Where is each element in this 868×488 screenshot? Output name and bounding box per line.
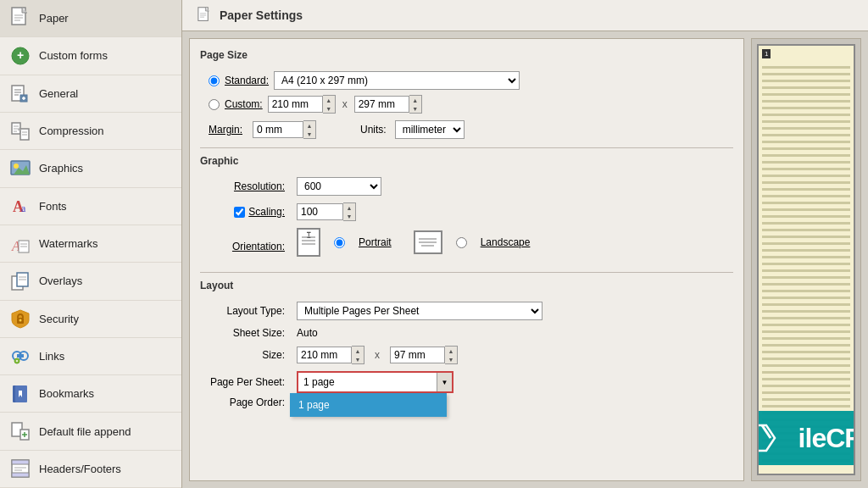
- graphic-title: Graphic: [200, 155, 733, 169]
- preview-line: [762, 208, 850, 211]
- fonts-icon: A a: [8, 194, 32, 218]
- scaling-input[interactable]: [297, 203, 343, 220]
- scaling-label-group: Scaling:: [200, 206, 285, 218]
- preview-line: [762, 229, 850, 231]
- margin-row: Margin: ▲ ▼ Units: millimeter inch: [200, 120, 733, 139]
- sidebar-item-overlays[interactable]: Overlays: [0, 263, 181, 300]
- landscape-label[interactable]: Landscape: [481, 236, 531, 248]
- resolution-underline: Resolution:: [234, 180, 285, 192]
- resolution-select[interactable]: 600 300 1200: [297, 177, 381, 196]
- size-width-down[interactable]: ▼: [352, 355, 364, 363]
- standard-label[interactable]: Standard:: [225, 75, 269, 86]
- preview-line: [762, 141, 850, 143]
- content-area: Page Size Standard: A4 (210 x 297 mm) Cu: [182, 31, 868, 488]
- custom-radio[interactable]: [209, 99, 220, 110]
- page-per-sheet-input[interactable]: [298, 374, 437, 391]
- page-per-sheet-label: Page Per Sheet:: [200, 376, 285, 388]
- preview-line: [762, 93, 850, 96]
- page-per-sheet-dropdown-btn[interactable]: ▼: [437, 373, 452, 391]
- preview-line: [762, 86, 850, 89]
- preview-line: [762, 120, 850, 123]
- svg-text:+: +: [17, 48, 24, 62]
- custom-height-up[interactable]: ▲: [409, 96, 421, 104]
- landscape-icon: [414, 230, 442, 254]
- svg-rect-51: [12, 473, 29, 477]
- custom-label[interactable]: Custom:: [225, 98, 263, 110]
- scaling-up[interactable]: ▲: [343, 203, 355, 212]
- brand-logo-container: ileCR: [757, 411, 855, 465]
- margin-down[interactable]: ▼: [303, 130, 315, 138]
- custom-width-up[interactable]: ▲: [323, 96, 335, 104]
- sidebar-item-compression[interactable]: Compression: [0, 113, 181, 150]
- settings-panel: Page Size Standard: A4 (210 x 297 mm) Cu: [189, 38, 744, 481]
- resolution-row: Resolution: 600 300 1200: [200, 177, 733, 196]
- size-height-up[interactable]: ▲: [445, 347, 457, 355]
- sidebar-item-graphics[interactable]: Graphics: [0, 150, 181, 187]
- size-row: Size: ▲ ▼ x ▲ ▼: [200, 346, 733, 364]
- svg-point-22: [14, 164, 19, 169]
- portrait-label[interactable]: Portrait: [359, 236, 392, 248]
- custom-width-down[interactable]: ▼: [323, 104, 335, 113]
- size-height-input[interactable]: [390, 347, 445, 363]
- size-label: Size:: [200, 349, 285, 361]
- margin-label: Margin:: [209, 124, 242, 136]
- sidebar-headers-footers-label: Headers/Footers: [39, 463, 121, 475]
- default-file-append-icon: [8, 419, 32, 443]
- x-separator: x: [339, 98, 351, 110]
- sidebar-item-default-file-append[interactable]: Default file append: [0, 413, 181, 450]
- page-per-sheet-input-container[interactable]: ▼: [297, 371, 453, 393]
- size-height-down[interactable]: ▼: [445, 355, 457, 363]
- margin-spinners: ▲ ▼: [303, 120, 316, 139]
- sidebar-item-security[interactable]: Security: [0, 301, 181, 338]
- sidebar-item-fonts[interactable]: A a Fonts: [0, 188, 181, 225]
- sidebar-item-paper[interactable]: Paper: [0, 0, 181, 37]
- preview-line: [762, 398, 850, 401]
- sidebar-item-general[interactable]: General: [0, 75, 181, 113]
- layout-type-select[interactable]: Multiple Pages Per Sheet Booklet Normal: [297, 302, 542, 320]
- scaling-down[interactable]: ▼: [343, 212, 355, 220]
- preview-line: [762, 358, 850, 360]
- preview-line: [762, 249, 850, 252]
- preview-line: [762, 317, 850, 319]
- custom-height-down[interactable]: ▼: [409, 104, 421, 113]
- size-width-up[interactable]: ▲: [352, 347, 364, 355]
- graphics-icon: [8, 157, 32, 180]
- sidebar-item-headers-footers[interactable]: Headers/Footers: [0, 451, 181, 488]
- paper-title-icon: [196, 7, 213, 24]
- margin-underline: Margin:: [209, 124, 242, 136]
- svg-rect-50: [12, 460, 29, 464]
- sidebar-compression-label: Compression: [39, 125, 104, 137]
- sidebar-item-watermarks[interactable]: A Watermarks: [0, 225, 181, 263]
- sidebar: Paper + Custom forms General: [0, 0, 182, 488]
- preview-line: [762, 276, 850, 279]
- scaling-label: Scaling:: [248, 206, 285, 218]
- margin-up[interactable]: ▲: [303, 121, 315, 130]
- margin-input[interactable]: [253, 121, 303, 138]
- svg-text:a: a: [21, 202, 26, 214]
- preview-line: [762, 195, 850, 197]
- page-size-section: Page Size Standard: A4 (210 x 297 mm) Cu: [200, 49, 733, 139]
- sidebar-item-custom-forms[interactable]: + Custom forms: [0, 37, 181, 75]
- sidebar-item-bookmarks[interactable]: Bookmarks: [0, 375, 181, 413]
- page-per-sheet-popup: 1 page: [290, 393, 447, 417]
- preview-line: [762, 127, 850, 130]
- size-width-spinners: ▲ ▼: [352, 346, 364, 364]
- landscape-radio[interactable]: [456, 237, 467, 248]
- portrait-radio[interactable]: [334, 237, 345, 248]
- main-content: Paper Settings Page Size Standard: A4 (2…: [182, 0, 868, 488]
- size-x-separator: x: [371, 349, 383, 361]
- page-size-title: Page Size: [200, 49, 733, 63]
- layout-type-label: Layout Type:: [200, 305, 285, 317]
- popup-item-1page[interactable]: 1 page: [292, 395, 445, 415]
- standard-radio[interactable]: [209, 75, 220, 86]
- scaling-checkbox[interactable]: [234, 207, 245, 218]
- units-select[interactable]: millimeter inch: [395, 120, 465, 139]
- custom-width-input[interactable]: [268, 96, 323, 113]
- custom-height-input[interactable]: [354, 96, 409, 113]
- sidebar-item-links[interactable]: Links: [0, 338, 181, 375]
- layout-title: Layout: [200, 280, 733, 293]
- standard-size-select[interactable]: A4 (210 x 297 mm): [274, 71, 520, 90]
- size-width-input[interactable]: [297, 347, 352, 363]
- layout-type-row: Layout Type: Multiple Pages Per Sheet Bo…: [200, 302, 733, 320]
- preview-line: [762, 242, 850, 245]
